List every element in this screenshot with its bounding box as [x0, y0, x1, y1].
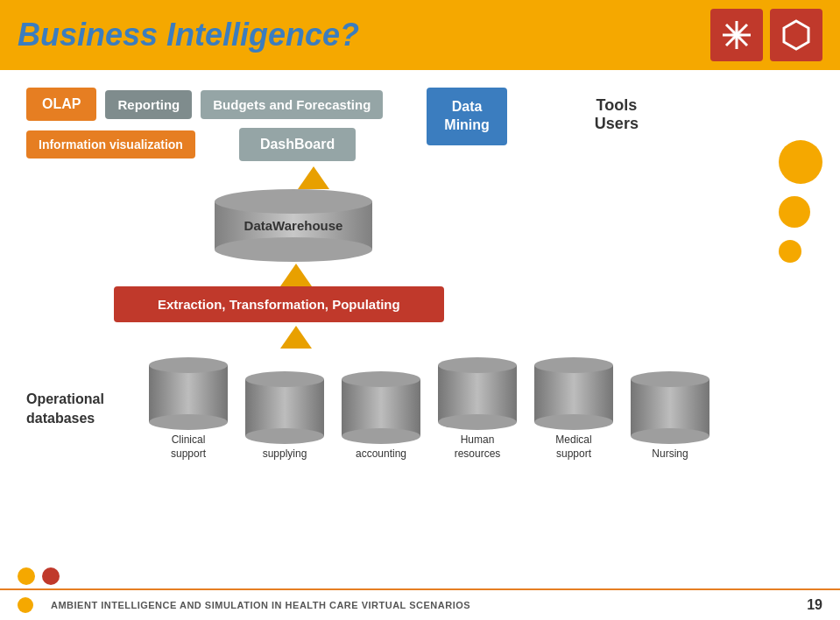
operational-label: Operational databases: [26, 390, 131, 429]
dashboard-box: DashBoard: [239, 128, 356, 161]
footer-dot-yellow: [18, 597, 33, 613]
hexagon-icon: [770, 9, 822, 61]
olap-box: OLAP: [26, 88, 96, 121]
dw-label: DataWarehouse: [244, 218, 343, 233]
bottom-dot-1: [18, 567, 35, 585]
main-content: OLAP Reporting Budgets and Forecasting I…: [0, 70, 840, 620]
reporting-box: Reporting: [105, 90, 192, 119]
db-cylinder: accounting: [342, 371, 420, 461]
svg-point-4: [731, 30, 742, 40]
extraction-box: Extraction, Transformation, Populating: [114, 286, 444, 322]
star-icon: [710, 9, 763, 61]
db-cylinder: Medical support: [534, 357, 613, 461]
arrow-to-dw: [298, 166, 329, 189]
budgets-box: Budgets and Forecasting: [201, 90, 383, 119]
tools-users-label: Tools Users: [595, 96, 639, 133]
info-viz-box: Information visualization: [26, 130, 195, 159]
page-title: Business Intelligence?: [18, 17, 359, 53]
svg-marker-5: [784, 21, 808, 49]
arrow-to-operational: [280, 326, 312, 349]
db-cylinders: Clinical support supplying accounting Hu…: [149, 357, 709, 461]
db-cylinder: supplying: [245, 371, 324, 461]
diagram: OLAP Reporting Budgets and Forecasting I…: [26, 88, 814, 461]
page-number: 19: [807, 597, 822, 613]
footer-text: AMBIENT INTELLIGENCE AND SIMULATION IN H…: [51, 600, 789, 610]
bottom-dots: [18, 567, 60, 585]
header-icons: [710, 9, 822, 61]
bottom-dot-2: [42, 567, 60, 585]
header: Business Intelligence?: [0, 0, 840, 70]
data-mining-box: Data Mining: [427, 88, 507, 145]
db-cylinder: Clinical support: [149, 357, 228, 461]
db-cylinder: Human resources: [438, 357, 517, 461]
datawarehouse-cylinder: DataWarehouse: [215, 189, 372, 262]
footer: AMBIENT INTELLIGENCE AND SIMULATION IN H…: [0, 588, 840, 620]
arrow-to-extraction: [280, 264, 312, 286]
operational-section: Operational databases Clinical support s…: [26, 357, 814, 461]
db-cylinder: Nursing: [631, 371, 709, 461]
